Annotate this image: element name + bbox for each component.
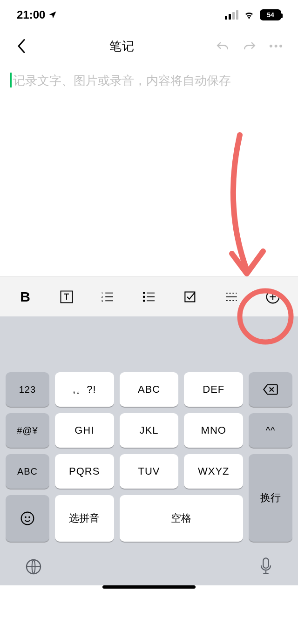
text-cursor (10, 73, 12, 87)
svg-point-6 (143, 300, 145, 302)
checklist-button[interactable] (179, 286, 202, 308)
svg-point-11 (25, 516, 27, 518)
svg-point-10 (21, 512, 34, 525)
key-numbers[interactable]: 123 (6, 372, 49, 407)
key-tuv[interactable]: TUV (120, 454, 179, 489)
nav-bar: 笔记 ••• (0, 30, 298, 62)
key-enter[interactable]: 换行 (249, 454, 292, 542)
key-abc[interactable]: ABC (120, 372, 179, 407)
keyboard: 123 ,。?! ABC DEF #@¥ GHI JKL MNO ^^ ABC … (0, 372, 298, 548)
key-punct[interactable]: ,。?! (55, 372, 114, 407)
status-time: 21:00 (17, 8, 45, 21)
heading-button[interactable] (55, 286, 78, 308)
key-select-pinyin[interactable]: 选拼音 (55, 495, 114, 542)
svg-point-4 (143, 292, 145, 294)
key-alpha-mode[interactable]: ABC (6, 454, 49, 489)
keyboard-candidate-bar[interactable] (0, 316, 298, 372)
divider-button[interactable] (220, 286, 243, 308)
svg-rect-7 (185, 292, 195, 302)
key-pqrs[interactable]: PQRS (55, 454, 114, 489)
key-smile[interactable]: ^^ (249, 413, 292, 448)
key-symbols[interactable]: #@¥ (6, 413, 49, 448)
key-emoji[interactable] (6, 495, 49, 542)
key-def[interactable]: DEF (184, 372, 243, 407)
svg-point-12 (28, 516, 30, 518)
bullet-list-button[interactable] (138, 286, 160, 308)
svg-point-5 (143, 295, 145, 298)
format-toolbar: B 123 (0, 276, 298, 316)
numbered-list-button[interactable]: 123 (96, 286, 119, 308)
svg-rect-14 (263, 558, 268, 568)
battery-icon: 54 (260, 9, 281, 20)
keyboard-footer (0, 548, 298, 585)
more-button[interactable]: ••• (266, 36, 287, 56)
status-bar: 21:00 54 (0, 0, 298, 30)
add-attachment-button[interactable] (262, 286, 284, 308)
globe-button[interactable] (25, 558, 42, 575)
page-title: 笔记 (32, 38, 212, 54)
svg-text:1: 1 (102, 292, 103, 295)
key-ghi[interactable]: GHI (55, 413, 114, 448)
svg-text:2: 2 (102, 295, 103, 298)
key-mno[interactable]: MNO (184, 413, 243, 448)
location-arrow-icon (48, 10, 57, 20)
redo-button[interactable] (239, 36, 260, 56)
undo-button[interactable] (212, 36, 233, 56)
key-wxyz[interactable]: WXYZ (184, 454, 243, 489)
note-editor[interactable]: 记录文字、图片或录音，内容将自动保存 (0, 62, 298, 276)
key-backspace[interactable] (249, 372, 292, 407)
svg-text:3: 3 (102, 299, 103, 302)
home-indicator[interactable] (0, 585, 298, 599)
bold-button[interactable]: B (14, 286, 36, 308)
editor-placeholder: 记录文字、图片或录音，内容将自动保存 (13, 74, 231, 87)
wifi-icon (243, 10, 255, 20)
signal-icon (225, 10, 238, 20)
key-space[interactable]: 空格 (120, 495, 243, 542)
key-jkl[interactable]: JKL (120, 413, 179, 448)
mic-button[interactable] (259, 557, 273, 576)
back-button[interactable] (11, 36, 32, 56)
